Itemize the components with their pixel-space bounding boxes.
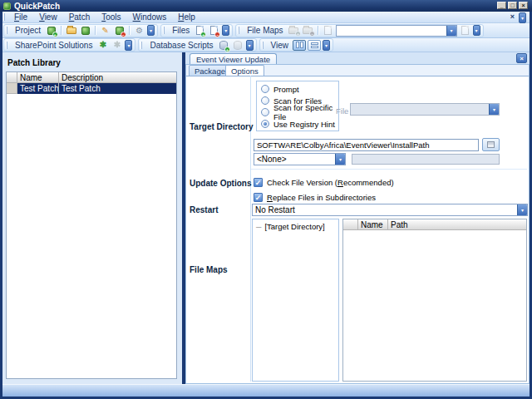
radio-scan-for-specific-file[interactable]: Scan for Specific File [257,106,338,118]
project-settings-button[interactable]: ⚙ [133,25,145,37]
sharepoint-solutions-toolbar: SharePoint Solutions ✱ ✱ ▾ [3,38,135,52]
section-divider [251,169,527,170]
maximize-button[interactable]: □ [508,2,517,9]
tree-node-target-directory[interactable]: ─ [Target Directory] [253,219,338,231]
add-sharepoint-solution-button[interactable]: ✱ [96,39,109,51]
menu-view[interactable]: View [33,12,63,22]
menu-help[interactable]: Help [172,12,201,22]
plus-badge-icon: + [52,32,58,37]
tree-collapse-icon[interactable]: ─ [256,223,261,231]
toolbar-grip [140,42,143,49]
name-column-header[interactable]: Name [17,72,59,83]
remove-sharepoint-solution-button[interactable]: ✱ [111,39,123,51]
description-column-header[interactable]: Description [59,72,176,83]
rows-icon [311,42,318,48]
open-project-button[interactable] [65,25,77,37]
menu-windows[interactable]: Windows [127,12,173,22]
open-folder-icon [66,27,76,34]
tab-event-viewer-update[interactable]: Event Viewer Update [190,53,277,65]
database-toolbar-overflow[interactable]: ▾ [246,40,254,51]
registry-hint-path-input[interactable] [254,139,479,151]
solution-remove-icon: ✱ [114,41,121,49]
name-column-header[interactable]: Name [358,219,388,230]
minimize-button[interactable]: _ [497,2,506,9]
combo-arrow-icon[interactable]: ▾ [446,26,456,36]
close-button[interactable]: × [519,2,528,9]
registry-browse-button[interactable] [482,138,500,151]
view-toolbar: View ▾ [259,38,334,52]
files-toolbar-label: Files [170,26,192,35]
view-columns-button[interactable] [293,40,306,51]
view-toolbar-overflow[interactable]: ▾ [323,40,330,51]
indicator-column-header[interactable] [343,219,358,230]
radio-prompt[interactable]: Prompt [257,83,338,95]
add-file-button[interactable]: + [194,25,206,37]
file-map-extra-button[interactable] [459,25,471,37]
document-icon [324,26,332,35]
checkbox-checked-icon: ✓ [254,178,263,187]
toolbar-grip [6,27,8,34]
patch-library-title: Patch Library [7,58,61,67]
indicator-column-header[interactable] [7,72,17,83]
file-map-doc-button[interactable] [322,25,334,37]
radio-use-registry-hint[interactable]: Use Registry Hint [257,118,338,130]
target-directory-mode-group: Prompt Scan for Files Scan for Specific … [256,81,339,131]
database-remove-icon [234,41,242,50]
file-maps-toolbar-overflow[interactable]: ▾ [473,25,480,36]
new-project-button[interactable]: + [45,25,57,37]
files-toolbar-overflow[interactable]: ▾ [222,25,229,36]
document-remove-icon: - [210,26,218,35]
project-toolbar-overflow[interactable]: ▾ [147,25,155,36]
restart-label: Restart [190,205,218,214]
patch-library-row[interactable]: Test Patch Test Patch [7,83,176,94]
menu-grip [3,13,6,21]
status-bar [2,384,530,397]
patch-name-cell: Test Patch [17,83,59,94]
edit-project-button[interactable]: ✎ [99,25,111,37]
column-icon [300,42,303,48]
row-indicator [7,83,17,94]
combo-arrow-icon[interactable]: ▾ [517,204,527,215]
add-project-icon: + [47,27,56,35]
target-directory-label: Target Directory [190,122,254,131]
remove-project-icon: - [116,27,124,35]
sharepoint-toolbar-overflow[interactable]: ▾ [125,40,132,51]
menu-bar: File View Patch Tools Windows Help × ▾ [2,12,530,23]
check-file-version-checkbox[interactable]: ✓ Check File Version (Recommended) [254,178,394,187]
tab-options[interactable]: Options [225,65,264,76]
close-tab-button[interactable]: × [516,53,527,63]
file-map-combo[interactable]: ▾ [336,25,457,37]
add-database-script-button[interactable]: + [218,39,230,51]
remove-file-map-button[interactable]: - [302,25,314,37]
folder-add-icon: + [288,27,298,34]
menubar-close-icon[interactable]: × [510,12,515,21]
combo-arrow-icon: ▾ [489,104,499,115]
radio-selected-icon [261,120,269,128]
add-file-map-button[interactable]: + [288,25,300,37]
restart-combo[interactable]: No Restart ▾ [252,204,528,216]
window-title: QuickPatch [14,2,60,11]
registry-secondary-field [352,154,500,165]
delete-project-button[interactable]: - [113,25,126,37]
file-maps-table: Name Path [342,219,527,382]
menu-file[interactable]: File [8,12,33,22]
patch-library-header-row: Name Description [7,72,176,83]
combo-arrow-icon[interactable]: ▾ [335,154,345,165]
menu-patch[interactable]: Patch [63,12,96,22]
radio-icon [261,108,269,116]
save-project-button[interactable] [79,25,91,37]
replace-files-subdirectories-checkbox[interactable]: ✓ Replace Files in Subdirectories [254,193,376,202]
toolbar-grip [238,27,240,34]
patch-description-cell: Test Patch [59,83,176,94]
remove-file-button[interactable]: - [208,25,220,37]
menu-tools[interactable]: Tools [96,12,126,22]
toolbar-grip [6,42,8,49]
registry-browse-icon [487,141,495,148]
view-rows-button[interactable] [308,40,321,51]
toolbar-grip [163,27,165,34]
file-maps-header-row: Name Path [343,219,526,230]
path-column-header[interactable]: Path [388,219,526,230]
menubar-overflow-button[interactable]: ▾ [519,12,526,23]
registry-value-combo[interactable]: <None> ▾ [254,153,346,165]
remove-database-script-button[interactable] [232,39,244,51]
